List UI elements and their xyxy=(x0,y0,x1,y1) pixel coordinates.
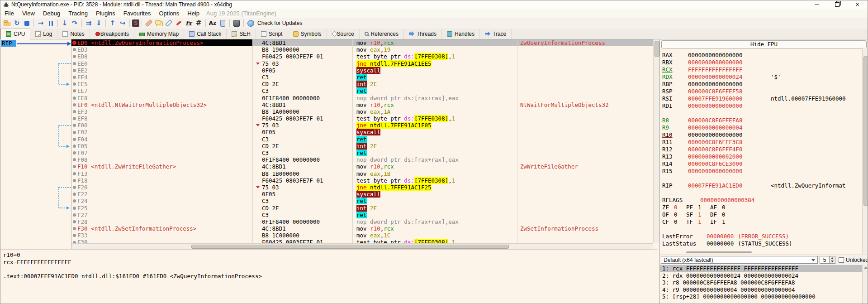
tab-trace[interactable]: Trace xyxy=(480,29,512,39)
calling-convention-select[interactable]: Default (x64 fastcall) xyxy=(661,256,818,264)
scrollbar-thumb[interactable] xyxy=(191,245,509,249)
breakpoint-dot[interactable] xyxy=(73,220,76,223)
bytes-cell[interactable]: CD 2E xyxy=(252,81,352,87)
flag-value[interactable]: 0 xyxy=(674,204,686,211)
tab-symbols[interactable]: Symbols xyxy=(288,29,327,39)
comment-cell[interactable] xyxy=(517,115,653,122)
registers-horizontal-scrollbar[interactable] xyxy=(686,251,752,253)
bytes-cell[interactable]: 0F05 xyxy=(252,191,352,198)
breakpoint-dot[interactable] xyxy=(73,103,76,106)
disasm-row[interactable]: EE7C3ret xyxy=(71,87,653,94)
bytes-cell[interactable]: 4C:8BD1 xyxy=(252,225,352,232)
comment-cell[interactable] xyxy=(517,184,653,191)
flag-value[interactable]: 0 xyxy=(722,211,734,218)
breakpoint-dot[interactable] xyxy=(73,199,76,203)
address-cell[interactable]: F07 xyxy=(71,150,252,156)
breakpoint-dot[interactable] xyxy=(73,55,76,58)
breakpoint-dot[interactable] xyxy=(73,158,76,161)
comments-icon[interactable] xyxy=(154,19,163,28)
address-cell[interactable]: F33 xyxy=(71,232,252,239)
menu-plugins[interactable]: Plugins xyxy=(92,9,119,18)
tab-threads[interactable]: Threads xyxy=(404,29,442,39)
tab-references[interactable]: References xyxy=(360,29,404,39)
register-row[interactable]: RBP0000000000000000 xyxy=(662,81,861,88)
comment-cell[interactable]: NtWaitForMultipleObjects32 xyxy=(517,101,653,108)
disasm-row[interactable]: F18F60425 0803FE7F 01test byte ptr ds:[7… xyxy=(71,177,653,184)
register-row[interactable]: LastStatus00000000(STATUS_SUCCESS) xyxy=(662,240,861,247)
calculator-icon[interactable] xyxy=(232,19,241,28)
register-row[interactable]: RSI00007FFE91960000ntdll.00007FFE9196000… xyxy=(662,95,861,102)
register-value[interactable]: 00000000 xyxy=(707,233,734,240)
disasm-row[interactable]: F020F05syscall xyxy=(71,129,653,135)
close-button[interactable]: × xyxy=(847,0,868,9)
disasm-row[interactable]: EE5CD 2Eint 2E xyxy=(71,81,653,87)
check-for-updates-label[interactable]: Check for Updates xyxy=(257,20,302,26)
breakpoint-dot[interactable] xyxy=(73,110,76,113)
instruction-cell[interactable]: ret xyxy=(352,212,517,218)
instruction-cell[interactable]: mov r10,rcx xyxy=(352,101,517,108)
tab-script[interactable]: Script xyxy=(256,29,288,39)
disasm-row[interactable]: F33B8 1C000000mov eax,1C xyxy=(71,232,653,239)
tab-log[interactable]: Log xyxy=(30,29,57,39)
breakpoint-dot[interactable] xyxy=(73,172,76,175)
bytes-cell[interactable]: B8 1A000000 xyxy=(252,108,352,115)
address-cell[interactable]: F27 xyxy=(71,212,252,218)
comment-cell[interactable] xyxy=(517,205,653,212)
scrollbar-thumb[interactable] xyxy=(863,56,868,206)
tab-call-stack[interactable]: Call Stack xyxy=(184,29,227,39)
disasm-row[interactable]: EF0 <ntdll.NtWaitForMultipleObjects32>4C… xyxy=(71,101,653,108)
instruction-cell[interactable]: ret xyxy=(352,87,517,94)
comment-cell[interactable] xyxy=(517,87,653,94)
registers-vertical-scrollbar[interactable] xyxy=(862,48,868,254)
register-value[interactable]: 00007FFE91960000 xyxy=(688,95,742,102)
open-file-icon[interactable] xyxy=(2,19,11,28)
bytes-cell[interactable]: 75 03 xyxy=(252,122,352,129)
comment-cell[interactable] xyxy=(517,46,653,53)
tab-source[interactable]: Source xyxy=(327,29,360,39)
tab-seh[interactable]: SEH xyxy=(227,29,256,39)
breakpoint-dot[interactable] xyxy=(73,82,76,86)
register-row[interactable]: RCXFFFFFFFFFFFFFFFF xyxy=(662,66,861,73)
menu-favourites[interactable]: Favourites xyxy=(119,9,155,18)
tab-handles[interactable]: Handles xyxy=(442,29,480,39)
menu-help[interactable]: Help xyxy=(183,9,204,18)
address-cell[interactable]: EF0 <ntdll.NtWaitForMultipleObjects32> xyxy=(71,101,252,108)
flag-value[interactable]: 1 xyxy=(698,211,710,218)
breakpoint-dot[interactable] xyxy=(73,179,76,182)
instruction-cell[interactable]: ret xyxy=(352,198,517,204)
comment-cell[interactable] xyxy=(517,177,653,184)
comment-cell[interactable] xyxy=(517,122,653,129)
arg-count-value[interactable]: 5 xyxy=(820,256,830,264)
address-cell[interactable]: F28 xyxy=(71,218,252,225)
breakpoint-dot[interactable] xyxy=(73,117,76,120)
menu-tracing[interactable]: Tracing xyxy=(64,9,92,18)
bytes-cell[interactable]: 4C:8BD1 xyxy=(252,101,352,108)
stop-icon[interactable] xyxy=(22,19,31,28)
comment-cell[interactable] xyxy=(517,191,653,198)
disasm-row[interactable]: EE80F1F8400 00000000nop dword ptr ds:[ra… xyxy=(71,95,653,101)
disasm-row[interactable]: ED0 <ntdll.ZwQueryInformationProcess>4C:… xyxy=(71,39,653,46)
disasm-row[interactable]: F24C3ret xyxy=(71,198,653,204)
bytes-cell[interactable]: 75 03 xyxy=(252,60,352,67)
flag-value[interactable]: 1 xyxy=(698,204,710,211)
instruction-cell[interactable]: syscall xyxy=(352,191,517,198)
instruction-cell[interactable]: mov eax,1A xyxy=(352,108,517,115)
breakpoint-dot[interactable] xyxy=(73,234,76,237)
register-row[interactable]: RFLAGS0000000000000384 xyxy=(662,197,861,204)
tab-notes[interactable]: Notes xyxy=(57,29,90,39)
disasm-row[interactable]: F080F1F8400 00000000nop dword ptr ds:[ra… xyxy=(71,156,653,163)
instruction-cell[interactable]: mov r10,rcx xyxy=(352,39,517,46)
address-cell[interactable]: F22 xyxy=(71,191,252,198)
disasm-row[interactable]: EE20F05syscall xyxy=(71,67,653,74)
menu-view[interactable]: View xyxy=(18,9,39,18)
unlocked-checkbox[interactable] xyxy=(839,257,844,263)
register-row[interactable]: RDI0000000000000000 xyxy=(662,102,861,110)
register-value[interactable]: FFFFFFFFFFFFFFFF xyxy=(688,66,742,73)
comment-cell[interactable] xyxy=(517,81,653,87)
address-cell[interactable]: F00 xyxy=(71,122,252,129)
address-cell[interactable]: F38 xyxy=(71,239,252,243)
disasm-row[interactable]: F04C3ret xyxy=(71,136,653,143)
address-cell[interactable]: F02 xyxy=(71,129,252,135)
argument-row[interactable]: 4: r9 0000000000000004 0000000000000004 xyxy=(660,286,862,294)
disasm-vertical-scrollbar[interactable] xyxy=(653,39,659,243)
